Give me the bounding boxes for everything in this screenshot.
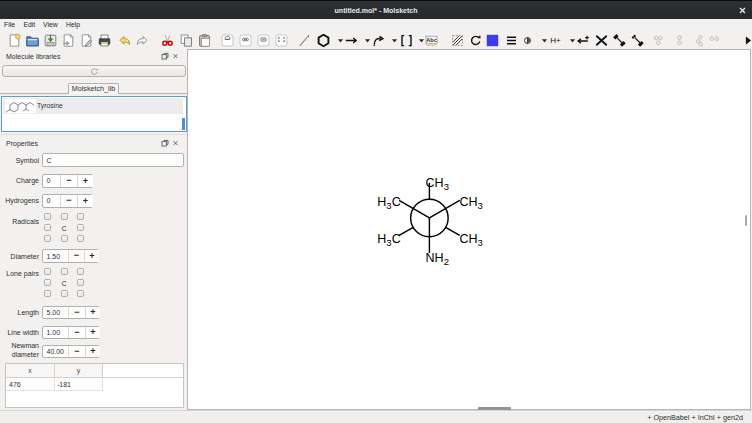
- svg-text:H3C: H3C: [377, 195, 400, 211]
- svg-text:NH2: NH2: [426, 251, 449, 267]
- svg-text:CH3: CH3: [459, 232, 482, 248]
- svg-text:CH3: CH3: [426, 176, 449, 192]
- svg-text:H3C: H3C: [377, 232, 400, 248]
- svg-text:Abc: Abc: [426, 37, 436, 43]
- svg-text:H+: H+: [550, 36, 561, 45]
- svg-text:CH3: CH3: [459, 195, 482, 211]
